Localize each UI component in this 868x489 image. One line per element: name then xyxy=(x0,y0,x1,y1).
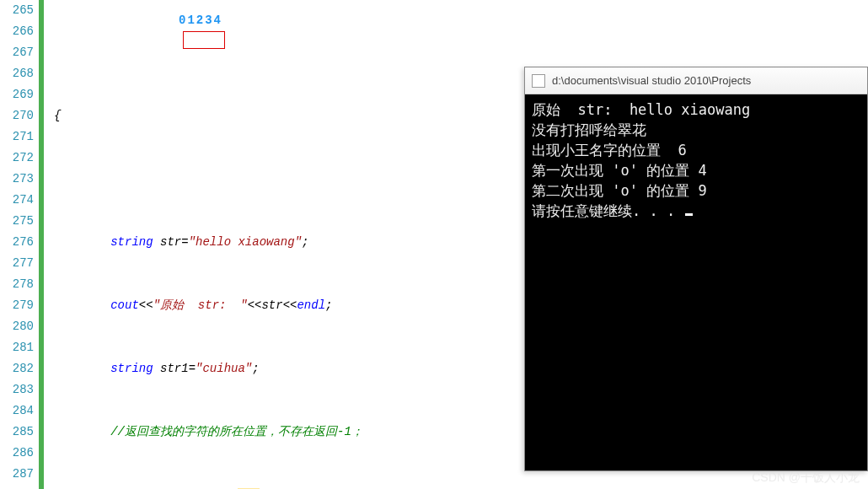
watermark-text: CSDN @干饭人小龙 xyxy=(752,470,860,486)
console-line: 请按任意键继续. . . xyxy=(532,201,860,221)
console-title-text: d:\documents\visual studio 2010\Projects xyxy=(552,74,751,87)
console-window[interactable]: d:\documents\visual studio 2010\Projects… xyxy=(524,67,868,471)
console-line: 出现小王名字的位置 6 xyxy=(532,140,860,160)
code-line: string::size_type pos=str.find(str1); xyxy=(54,485,868,489)
console-line: 第一次出现 'o' 的位置 4 xyxy=(532,160,860,180)
console-output: 原始 str: hello xiaowang 没有打招呼给翠花 出现小王名字的位… xyxy=(525,94,867,470)
line-number-gutter: 265266267 268269270 271272273 274275276 … xyxy=(0,0,39,489)
console-line: 原始 str: hello xiaowang xyxy=(532,99,860,120)
app-icon xyxy=(532,74,545,88)
console-line: 第二次出现 'o' 的位置 9 xyxy=(532,180,860,201)
index-annotation: 01234 xyxy=(179,10,222,31)
cursor-icon xyxy=(685,213,693,216)
console-titlebar[interactable]: d:\documents\visual studio 2010\Projects xyxy=(525,67,867,94)
highlight-box xyxy=(183,31,225,49)
console-line: 没有打招呼给翠花 xyxy=(532,120,860,140)
